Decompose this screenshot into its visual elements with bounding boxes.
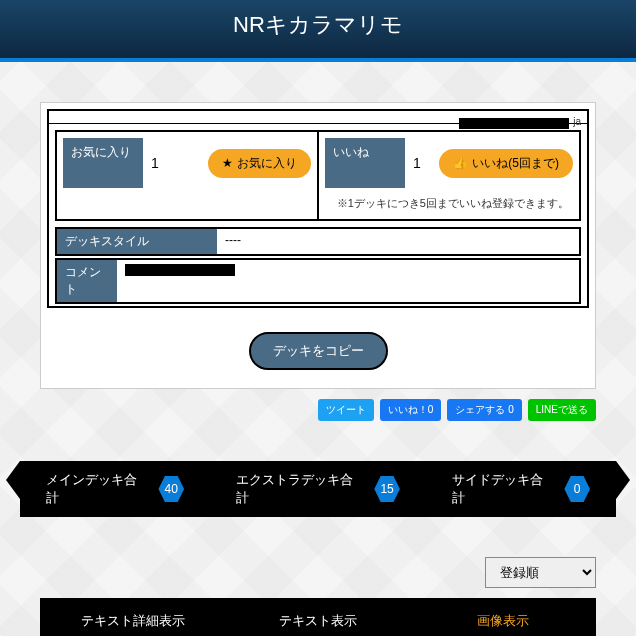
info-container: ja お気に入り 1 ★ お気に入り いいね 1 👍 [47, 109, 589, 308]
sort-row: 登録順 [0, 547, 636, 598]
copy-row: デッキをコピー [41, 314, 595, 388]
favorite-button-label: お気に入り [237, 155, 297, 172]
lang-indicator: ja [573, 116, 581, 127]
side-deck-count: サイドデッキ合計 0 [426, 461, 616, 517]
page-title: NRキカラマリモ [233, 12, 403, 37]
stats-box: お気に入り 1 ★ お気に入り いいね 1 👍 いいね(5回まで) [55, 130, 581, 221]
deck-style-value: ---- [217, 229, 579, 254]
like-count: 1 [413, 155, 431, 171]
deck-style-label: デッキスタイル [57, 229, 217, 254]
thumb-icon: 👍 [453, 156, 468, 170]
extra-deck-number: 15 [374, 476, 400, 502]
main-deck-label: メインデッキ合計 [46, 471, 148, 507]
like-label: いいね [325, 138, 405, 188]
extra-deck-count: エクストラデッキ合計 15 [210, 461, 426, 517]
fb-like-button[interactable]: いいね！0 [380, 399, 442, 421]
extra-deck-label: エクストラデッキ合計 [236, 471, 364, 507]
url-bar: ja [49, 111, 587, 124]
like-button[interactable]: 👍 いいね(5回まで) [439, 149, 573, 178]
deck-counts: メインデッキ合計 40 エクストラデッキ合計 15 サイドデッキ合計 0 [0, 431, 636, 547]
view-tabs: テキスト詳細表示 テキスト表示 画像表示 [40, 598, 596, 636]
fb-share-button[interactable]: シェアする 0 [447, 399, 521, 421]
favorite-button[interactable]: ★ お気に入り [208, 149, 311, 178]
copy-deck-button[interactable]: デッキをコピー [249, 332, 388, 370]
side-deck-label: サイドデッキ合計 [452, 471, 554, 507]
line-button[interactable]: LINEで送る [528, 399, 596, 421]
star-icon: ★ [222, 156, 233, 170]
tab-text-detail[interactable]: テキスト詳細表示 [40, 598, 225, 636]
sort-select[interactable]: 登録順 [485, 557, 596, 588]
main-deck-count: メインデッキ合計 40 [20, 461, 210, 517]
like-button-label: いいね(5回まで) [472, 155, 559, 172]
tab-text[interactable]: テキスト表示 [225, 598, 410, 636]
main-deck-number: 40 [158, 476, 184, 502]
like-cell: いいね 1 👍 いいね(5回まで) ※1デッキにつき5回までいいね登録できます。 [317, 132, 579, 219]
tab-image[interactable]: 画像表示 [411, 598, 596, 636]
comment-label: コメント [57, 260, 117, 302]
favorite-count: 1 [151, 155, 200, 171]
deck-style-row: デッキスタイル ---- [55, 227, 581, 256]
favorite-cell: お気に入り 1 ★ お気に入り [57, 132, 317, 219]
comment-row: コメント [55, 258, 581, 304]
favorite-label: お気に入り [63, 138, 143, 188]
main-panel: ja お気に入り 1 ★ お気に入り いいね 1 👍 [40, 102, 596, 389]
page-header: NRキカラマリモ [0, 0, 636, 62]
twitter-button[interactable]: ツイート [318, 399, 374, 421]
like-note: ※1デッキにつき5回までいいね登録できます。 [325, 194, 573, 213]
side-deck-number: 0 [564, 476, 590, 502]
comment-value [117, 260, 579, 302]
social-row: ツイート いいね！0 シェアする 0 LINEで送る [0, 389, 636, 431]
